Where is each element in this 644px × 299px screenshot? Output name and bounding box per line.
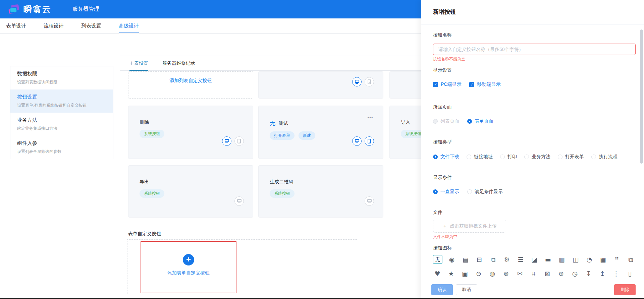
monitor-toggle[interactable]	[222, 136, 231, 146]
tag-打开表单: 打开表单	[270, 131, 294, 140]
card-name: 无测试	[270, 119, 383, 127]
button-card[interactable]	[258, 71, 383, 99]
cloud-upload-icon[interactable]: ↥	[598, 269, 607, 278]
more-icon[interactable]: ⋯	[367, 114, 373, 121]
sidebar-item-subtitle: 绑定业务集成接口方法	[17, 126, 108, 131]
chat-bubbles-icon[interactable]: ⊛	[502, 269, 511, 278]
radio	[467, 155, 471, 159]
presentation-icon[interactable]: ◫	[571, 255, 580, 264]
gear-icon[interactable]: ⚙	[502, 255, 511, 264]
sidebar-item-组件入参[interactable]: 组件入参设置列表全局筛选的参数	[10, 136, 113, 159]
plus-icon: ＋	[442, 223, 447, 229]
delete-button[interactable]: 删除	[614, 284, 636, 295]
compass-icon[interactable]: ⊕	[557, 269, 566, 278]
monitor-toggle[interactable]	[352, 136, 362, 146]
sidebar-item-按钮设置[interactable]: 按钮设置设置表单,列表的系统按钮和自定义按钮	[10, 89, 113, 113]
radio	[500, 155, 505, 159]
upload-label: 点击获取拖拽文件上传	[450, 223, 497, 229]
sidebar-item-数据权限[interactable]: 数据权限设置列表数据访问权限	[10, 66, 113, 89]
monitor-toggle[interactable]	[365, 196, 374, 206]
card-body: 导出系统按钮	[128, 166, 253, 198]
card-name: 删除	[140, 119, 253, 125]
type-option-链接地址[interactable]: 链接地址	[467, 154, 493, 160]
add-form-custom-button[interactable]: + 添加表单自定义按钮	[141, 241, 236, 293]
document-icon[interactable]: ▤	[461, 255, 470, 264]
type-option-执行流程[interactable]: 执行流程	[591, 154, 618, 160]
monitor-toggle[interactable]	[234, 196, 244, 206]
briefcase-icon[interactable]: ⊟	[475, 255, 484, 264]
condition-option-满足条件显示[interactable]: 满足条件显示	[467, 189, 503, 195]
top-tab-流程设计[interactable]: 流程设计	[44, 18, 64, 33]
type-option-业务方法[interactable]: 业务方法	[524, 154, 550, 160]
phone-toggle[interactable]	[234, 136, 244, 146]
logo[interactable]: 瞬翕云	[7, 3, 52, 16]
type-option-文件下载[interactable]: 文件下载	[433, 154, 459, 160]
radio	[524, 155, 529, 159]
type-option-打开表单[interactable]: 打开表单	[558, 154, 584, 160]
checkbox-PC端显示[interactable]: ✓PC端显示	[433, 81, 461, 87]
button-card-测试[interactable]: 无测试打开表单新建⋯	[258, 106, 383, 159]
page-option-列表页面[interactable]: 列表页面	[433, 118, 459, 124]
save-icon[interactable]: ▣	[461, 269, 469, 278]
page-option-表单页面[interactable]: 表单页面	[467, 118, 493, 124]
image-icon[interactable]: ◪	[530, 255, 539, 264]
id-card-icon[interactable]: ⌗	[529, 269, 538, 278]
tablet-icon[interactable]: ▯	[626, 269, 634, 278]
phone-icon	[368, 79, 371, 84]
calendar-icon[interactable]: ▦	[599, 255, 607, 264]
scrollbar-thumb[interactable]	[640, 29, 643, 164]
chat-icon[interactable]: ◍	[488, 269, 497, 278]
phone-toggle[interactable]	[365, 77, 374, 86]
button-name-input[interactable]	[433, 44, 636, 55]
heart-icon[interactable]: ♥	[433, 269, 442, 278]
sidebar-item-业务方法[interactable]: 业务方法绑定业务集成接口方法	[10, 113, 113, 136]
top-tab-表单设计[interactable]: 表单设计	[6, 18, 26, 33]
phone-icon	[237, 139, 241, 143]
condition-option-一直显示[interactable]: 一直显示	[433, 189, 459, 195]
main-tab-主表设置[interactable]: 主表设置	[129, 56, 148, 70]
cloud-download-icon[interactable]: ↧	[584, 269, 593, 278]
custom-section-label: 表单自定义按钮	[128, 231, 161, 237]
pie-chart-icon[interactable]: ◔	[585, 255, 594, 264]
copy-icon[interactable]: ⧉	[489, 255, 497, 264]
timer-icon[interactable]: ◷	[571, 269, 579, 278]
clipboard-icon[interactable]: ▥	[557, 255, 566, 264]
confirm-button[interactable]: 确认	[431, 284, 453, 295]
add-list-custom-button[interactable]: 添加列表自定义按钮	[128, 71, 253, 99]
mail-icon[interactable]: ✉	[516, 269, 524, 278]
sliders-icon[interactable]: ⋮	[612, 269, 621, 278]
button-card-删除[interactable]: 删除系统按钮	[128, 106, 253, 159]
sidebar-item-subtitle: 设置列表全局筛选的参数	[17, 149, 108, 155]
mail-close-icon[interactable]: ⊠	[543, 269, 552, 278]
button-card-导出[interactable]: 导出系统按钮	[128, 165, 253, 218]
main-tab-服务器维修记录[interactable]: 服务器维修记录	[162, 56, 195, 70]
none-icon[interactable]: 无	[433, 255, 442, 264]
monitor-icon	[225, 139, 229, 142]
option-label: 表单页面	[475, 118, 493, 124]
cancel-button[interactable]: 取消	[456, 284, 477, 295]
checkbox-移动端显示[interactable]: ✓移动端显示	[469, 81, 500, 87]
folder-icon[interactable]: ▬	[544, 255, 552, 264]
monitor-icon	[367, 199, 372, 202]
radio	[467, 189, 472, 194]
comment-icon[interactable]: ⊝	[474, 269, 483, 278]
apps-grid-icon[interactable]: ⠛	[612, 255, 621, 264]
option-label: 满足条件显示	[475, 189, 503, 195]
settings-doc-icon[interactable]: ☰	[516, 255, 525, 264]
monitor-toggle[interactable]	[352, 77, 362, 86]
button-card-生成二维码[interactable]: 生成二维码系统按钮	[258, 165, 383, 218]
star-icon[interactable]: ★	[447, 269, 455, 278]
monitor-icon	[355, 139, 359, 142]
type-option-打印[interactable]: 打印	[500, 154, 517, 160]
file-upload-button[interactable]: ＋ 点击获取拖拽文件上传	[433, 220, 506, 233]
record-icon[interactable]: ◉	[447, 255, 456, 264]
monitor-icon	[237, 199, 241, 202]
tag-系统按钮: 系统按钮	[140, 130, 164, 138]
top-tab-高级设计[interactable]: 高级设计	[119, 18, 139, 33]
layers-icon[interactable]: ⧉	[626, 255, 635, 264]
option-label: 链接地址	[474, 154, 493, 160]
phone-toggle[interactable]	[365, 136, 374, 146]
file-error: 文件不能为空	[433, 234, 636, 240]
top-tab-列表设置[interactable]: 列表设置	[81, 18, 101, 33]
icon-row: ♥★▣⊝◍⊛✉⌗⊠⊕◷↧↥⋮▯	[433, 269, 636, 278]
